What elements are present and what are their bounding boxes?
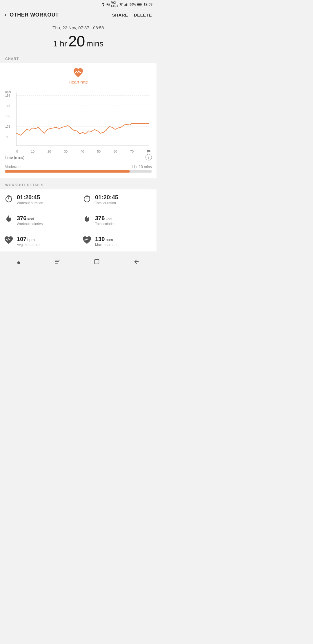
workout-calories-label: Workout calories [17,222,43,226]
workout-calories-unit: kcal [27,217,34,221]
moderate-time: 1 hr 10 mins [131,164,152,169]
heart-rate-text: Heart rate [69,79,88,84]
nav-square-button[interactable] [94,259,100,266]
heart-rate-chart: bpm 199 167 135 103 71 [5,90,152,149]
header-actions: SHARE DELETE [112,12,152,17]
bottom-nav: ● [0,255,156,269]
share-button[interactable]: SHARE [112,12,128,17]
page-title: OTHER WORKOUT [10,12,112,18]
moderate-label: Moderate [5,164,21,169]
time-label-row: Time (mins) i [0,153,156,162]
chart-label: CHART [5,57,19,61]
x-axis-40: 40 [81,150,84,153]
detail-workout-duration: 01:20:45 Workout duration [0,189,78,210]
detail-avg-heart-rate: 107bpm Avg. heart rate [0,231,78,252]
moderate-section: Moderate 1 hr 10 mins [0,162,156,176]
svg-rect-5 [137,4,141,5]
time-display: 19:03 [143,2,152,6]
mute-icon [106,2,110,6]
stopwatch-icon-1 [4,194,13,205]
flame-icon-1 [4,215,13,226]
detail-workout-calories: 376kcal Workout calories [0,210,78,231]
svg-rect-25 [55,263,58,264]
nav-dot-button[interactable]: ● [17,259,21,266]
back-button[interactable]: ‹ [5,11,7,19]
signal-icon [124,3,128,6]
max-heart-rate-label: Max. heart rate [95,243,119,247]
flame-icon-2 [82,215,92,226]
delete-button[interactable]: DELETE [134,12,152,17]
chart-divider [22,59,151,59]
detail-workout-calories-info: 376kcal Workout calories [17,215,43,226]
progress-bar [5,170,152,173]
chart-section-header: CHART [0,54,156,63]
heart-rate-icon [73,67,84,78]
x-axis-60: 60 [114,150,117,153]
x-axis-20: 20 [48,150,51,153]
detail-total-duration: 01:20:45 Total duration [78,189,156,210]
time-label: Time (mins) [5,155,24,160]
status-bar: VOlLTE1 80% 19:03 [0,0,156,9]
duration-min: 20 [68,33,85,50]
workout-duration-value: 01:20:45 [17,194,43,201]
svg-text:71: 71 [5,135,9,139]
total-calories-unit: kcal [105,217,112,221]
progress-bar-fill [5,170,130,173]
chart-area: Heart rate bpm 199 167 135 103 71 [0,63,156,178]
workout-calories-value: 376kcal [17,215,43,222]
detail-max-heart-rate: 130bpm Max. heart rate [78,231,156,252]
svg-text:167: 167 [5,104,10,108]
bluetooth-icon [101,2,105,6]
total-calories-value: 376kcal [95,215,115,222]
info-button[interactable]: i [145,154,152,160]
x-axis-70: 70 [130,150,134,153]
svg-rect-26 [95,260,99,264]
vol-indicator: VOlLTE1 [111,1,118,8]
svg-text:135: 135 [5,115,10,118]
svg-rect-1 [125,4,126,6]
avg-heart-rate-value: 107bpm [17,236,40,243]
detail-max-heart-rate-info: 130bpm Max. heart rate [95,236,119,247]
svg-text:199: 199 [5,94,10,97]
heart-rate-label-area: Heart rate [0,63,156,87]
workout-duration: 1 hr 20 mins [0,31,156,54]
battery-percent: 80% [130,3,136,6]
max-heart-rate-unit: bpm [105,238,113,242]
x-axis-50: 50 [97,150,101,153]
workout-duration-label: Workout duration [17,201,43,205]
nav-back-button[interactable] [133,258,140,267]
total-duration-value: 01:20:45 [95,194,118,201]
detail-workout-duration-info: 01:20:45 Workout duration [17,194,43,205]
main-content: Thu, 22 Nov, 07:37 - 08:58 1 hr 20 mins … [0,21,156,269]
total-calories-label: Total calories [95,222,115,226]
svg-text:bpm: bpm [5,91,11,94]
details-section-header: WORKOUT DETAILS [0,180,156,189]
x-axis-0: 0 [16,150,18,153]
svg-rect-6 [142,4,142,5]
duration-hr: 1 hr [53,39,67,48]
heart-rate-icon-1 [4,236,13,247]
stopwatch-icon-2 [82,194,92,205]
detail-total-calories-info: 376kcal Total calories [95,215,115,226]
max-heart-rate-value: 130bpm [95,236,119,243]
details-label: WORKOUT DETAILS [5,183,43,187]
avg-heart-rate-label: Avg. heart rate [17,243,40,247]
svg-rect-23 [55,260,60,261]
detail-avg-heart-rate-info: 107bpm Avg. heart rate [17,236,40,247]
nav-menu-button[interactable] [54,258,61,267]
svg-rect-2 [126,3,127,6]
details-divider [46,185,151,185]
svg-rect-3 [127,3,128,6]
svg-text:103: 103 [5,125,10,128]
duration-min-label: mins [86,39,103,48]
moderate-row: Moderate 1 hr 10 mins [5,164,152,169]
avg-heart-rate-unit: bpm [27,238,34,242]
chart-container: bpm 199 167 135 103 71 [5,87,152,153]
detail-total-duration-info: 01:20:45 Total duration [95,194,118,205]
battery-icon [137,3,142,6]
details-table: 01:20:45 Workout duration 01:20:45 Total… [0,189,156,252]
wifi-icon [119,3,123,6]
svg-rect-24 [55,261,59,262]
total-duration-label: Total duration [95,201,118,205]
x-axis-flag: 🏁 [147,150,151,153]
